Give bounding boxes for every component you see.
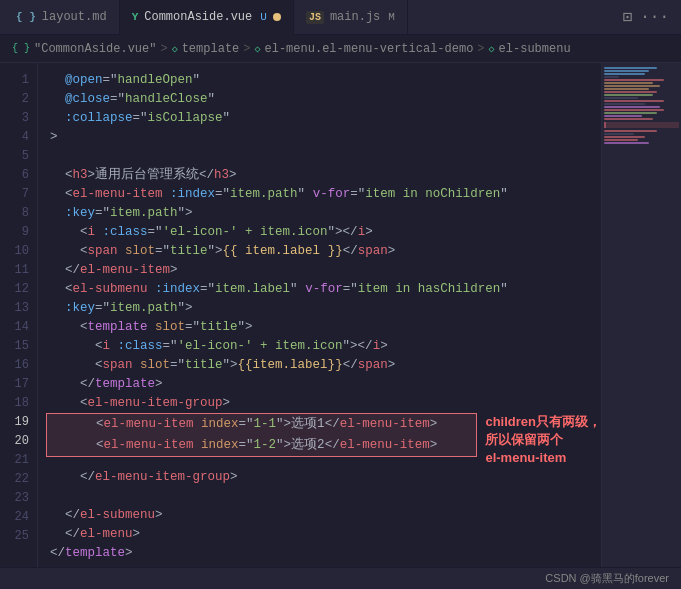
tab-md[interactable]: { } layout.md xyxy=(4,0,120,35)
line-numbers: 1 2 3 4 5 6 7 8 9 10 11 12 13 14 15 16 1… xyxy=(0,63,38,567)
code-line-6: <h3>通用后台管理系统</h3> xyxy=(50,166,601,185)
breadcrumb-el-submenu: el-submenu xyxy=(499,42,571,56)
code-line-15: <i :class="'el-icon-' + item.icon"></i> xyxy=(50,337,601,356)
md-icon: { } xyxy=(16,11,36,23)
code-line-16: <span slot="title">{{item.label}}</span> xyxy=(50,356,601,375)
code-line-25: </template> xyxy=(50,544,601,563)
watermark: CSDN @骑黑马的forever xyxy=(545,571,669,586)
code-line-17: </template> xyxy=(50,375,601,394)
code-line-7: <el-menu-item :index="item.path" v-for="… xyxy=(50,185,601,204)
code-line-5 xyxy=(50,147,601,166)
code-line-20: <el-menu-item index="1-2">选项2</el-menu-i… xyxy=(46,435,477,457)
code-line-14: <template slot="title"> xyxy=(50,318,601,337)
breadcrumb-sep-3: > xyxy=(477,42,484,56)
highlighted-section: <el-menu-item index="1-1">选项1</el-menu-i… xyxy=(50,413,601,468)
tab-bar-actions: ⊡ ··· xyxy=(623,7,677,27)
code-content[interactable]: @open="handleOpen" @close="handleClose" … xyxy=(38,63,601,567)
code-line-4: > xyxy=(50,128,601,147)
tag-icon-3: ◇ xyxy=(489,43,495,55)
tag-icon-2: ◇ xyxy=(254,43,260,55)
code-line-24: </el-menu> xyxy=(50,525,601,544)
file-icon: { } xyxy=(12,43,30,54)
minimap xyxy=(601,63,681,567)
editor-main[interactable]: 1 2 3 4 5 6 7 8 9 10 11 12 13 14 15 16 1… xyxy=(0,63,601,567)
code-line-9: <i :class="'el-icon-' + item.icon"></i> xyxy=(50,223,601,242)
split-editor-icon[interactable]: ⊡ xyxy=(623,7,633,27)
code-line-22 xyxy=(50,487,601,506)
tab-js-label: main.js xyxy=(330,10,380,24)
code-line-12: <el-submenu :index="item.label" v-for="i… xyxy=(50,280,601,299)
code-line-2: @close="handleClose" xyxy=(50,90,601,109)
tab-modified-flag: U xyxy=(260,11,267,23)
vue-icon: Y xyxy=(132,11,139,23)
more-actions-icon[interactable]: ··· xyxy=(640,8,669,26)
editor-area: 1 2 3 4 5 6 7 8 9 10 11 12 13 14 15 16 1… xyxy=(0,63,681,567)
code-annotation: children只有两级， 所以保留两个 el-menu-item xyxy=(485,413,601,468)
tab-js-flag: M xyxy=(388,11,395,23)
breadcrumb-el-menu: el-menu.el-menu-vertical-demo xyxy=(265,42,474,56)
code-line-11: </el-menu-item> xyxy=(50,261,601,280)
tab-bar: { } layout.md Y CommonAside.vue U JS mai… xyxy=(0,0,681,35)
code-line-23: </el-submenu> xyxy=(50,506,601,525)
breadcrumb: { } "CommonAside.vue" > ◇ template > ◇ e… xyxy=(0,35,681,63)
tag-icon-1: ◇ xyxy=(172,43,178,55)
minimap-highlight xyxy=(604,122,679,128)
tab-vue[interactable]: Y CommonAside.vue U xyxy=(120,0,294,35)
status-bar: CSDN @骑黑马的forever xyxy=(0,567,681,589)
code-line-1: @open="handleOpen" xyxy=(50,71,601,90)
breadcrumb-file: "CommonAside.vue" xyxy=(34,42,156,56)
unsaved-dot xyxy=(273,13,281,21)
breadcrumb-sep-1: > xyxy=(160,42,167,56)
code-line-13: :key="item.path"> xyxy=(50,299,601,318)
breadcrumb-sep-2: > xyxy=(243,42,250,56)
code-line-10: <span slot="title">{{ item.label }}</spa… xyxy=(50,242,601,261)
minimap-content xyxy=(602,63,681,149)
tab-js[interactable]: JS main.js M xyxy=(294,0,408,35)
code-line-19: <el-menu-item index="1-1">选项1</el-menu-i… xyxy=(46,413,477,435)
tab-md-label: layout.md xyxy=(42,10,107,24)
js-icon: JS xyxy=(306,11,324,24)
code-line-18: <el-menu-item-group> xyxy=(50,394,601,413)
tab-vue-label: CommonAside.vue xyxy=(144,10,252,24)
code-line-8: :key="item.path"> xyxy=(50,204,601,223)
code-line-21: </el-menu-item-group> xyxy=(50,468,601,487)
code-line-3: :collapse="isCollapse" xyxy=(50,109,601,128)
breadcrumb-template: template xyxy=(182,42,240,56)
